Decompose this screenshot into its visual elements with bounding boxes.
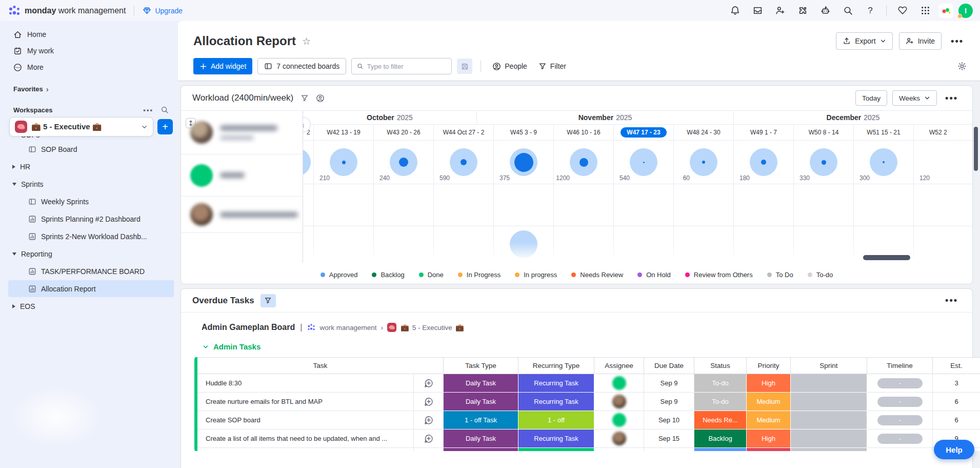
search-button[interactable] (839, 2, 856, 20)
estimate-cell[interactable]: 3 (933, 374, 980, 393)
status-cell[interactable]: Backlog (694, 430, 747, 448)
workload-cell[interactable] (674, 226, 734, 262)
sidebar-item-allocation-report[interactable]: Allocation Report (8, 280, 174, 297)
timeline-cell[interactable]: - (867, 411, 933, 430)
sprint-cell[interactable] (791, 430, 867, 448)
workload-cell[interactable] (554, 184, 614, 226)
export-button[interactable]: Export (836, 32, 892, 50)
recurring-type-cell[interactable]: 1 - off (518, 411, 594, 430)
monday-home-tile[interactable] (939, 4, 953, 18)
add-update-cell[interactable] (414, 393, 444, 411)
workload-cell[interactable] (374, 184, 434, 226)
workspace-selector[interactable]: 🧠 💼 5 - Executive 💼 (9, 117, 153, 136)
table-row[interactable]: Create nurture emails for BTL and MAPDai… (197, 393, 980, 411)
workload-cell[interactable] (794, 184, 854, 226)
workload-cell[interactable] (434, 226, 494, 262)
overdue-filter-button[interactable] (261, 294, 276, 307)
recurring-type-cell[interactable]: Recurring Task (518, 430, 594, 448)
assignee-cell[interactable] (594, 411, 644, 430)
add-update-cell[interactable] (414, 430, 444, 448)
workload-cell[interactable] (314, 226, 374, 262)
add-update-cell[interactable] (414, 411, 444, 430)
column-header[interactable]: Recurring Type (518, 357, 594, 374)
person-row[interactable] (181, 197, 303, 233)
task-type-cell[interactable]: 1 - off Task (444, 411, 518, 430)
workload-cell[interactable] (303, 184, 314, 226)
workload-cell[interactable] (494, 184, 554, 226)
sprint-cell[interactable] (791, 374, 867, 393)
widget-person-icon[interactable] (316, 94, 325, 103)
workload-cell[interactable] (314, 184, 374, 226)
products-switcher-button[interactable] (894, 2, 911, 20)
column-header[interactable]: Est. (933, 357, 980, 374)
save-filter-button[interactable] (457, 59, 472, 74)
estimate-cell[interactable]: 6 (933, 411, 980, 430)
page-menu-button[interactable]: ••• (948, 36, 967, 47)
table-row[interactable]: Huddle 8:30Daily TaskRecurring TaskSep 9… (197, 374, 980, 393)
workload-bubble[interactable] (510, 148, 537, 176)
workload-bubble[interactable] (330, 148, 357, 176)
timeline-cell[interactable]: - (867, 374, 933, 393)
sidebar-item-task-performance-board[interactable]: TASK/PERFORMANCE BOARD (8, 263, 174, 280)
breadcrumb-workspace[interactable]: 💼 5 - Executive 💼 (401, 323, 464, 332)
group-header[interactable]: Admin Tasks (181, 332, 972, 357)
task-type-cell[interactable]: Daily Task (444, 374, 518, 393)
sidebar-item-reporting[interactable]: Reporting (8, 245, 174, 262)
monday-logo[interactable]: monday work management (8, 5, 126, 17)
column-header[interactable]: Priority (747, 357, 791, 374)
week-header[interactable]: W48 24 - 30 (674, 125, 734, 140)
workload-bubble[interactable] (510, 230, 537, 258)
week-header[interactable]: W44 Oct 27 - 2 (434, 125, 494, 140)
sidebar-item-sprints-2-new-workload-dashb[interactable]: Sprints 2-New Workload Dashb... (8, 228, 174, 245)
column-header[interactable]: Due Date (644, 357, 694, 374)
favorite-star-icon[interactable]: ☆ (302, 35, 311, 47)
person-row[interactable] (181, 154, 303, 197)
workload-bubble[interactable] (303, 148, 311, 176)
week-header[interactable]: W52 2 (914, 125, 972, 140)
widget-funnel-icon[interactable] (301, 94, 309, 102)
workload-cell[interactable] (914, 184, 972, 226)
task-type-cell[interactable]: Daily Task (444, 430, 518, 448)
status-cell[interactable]: To-do (694, 374, 747, 393)
add-widget-button[interactable]: Add widget (193, 58, 252, 74)
assignee-cell[interactable] (594, 430, 644, 448)
due-date-cell[interactable]: Sep 9 (644, 374, 694, 393)
sidebar-item-more[interactable]: More (8, 59, 174, 75)
priority-cell[interactable]: Medium (747, 393, 791, 411)
sidebar-item-sprints-planning-2-dashboard[interactable]: Sprints Planning #2 Dashboard (8, 210, 174, 227)
priority-cell[interactable]: High (747, 374, 791, 393)
board-name[interactable]: Admin Gameplan Board (202, 323, 295, 332)
due-date-cell[interactable]: Sep 10 (644, 411, 694, 430)
timeline-cell[interactable]: - (867, 393, 933, 411)
add-workspace-button[interactable]: + (157, 119, 173, 134)
filter-search-input[interactable] (367, 63, 447, 70)
sidebar-item-my-work[interactable]: My work (8, 43, 174, 59)
page-scrollbar[interactable] (974, 127, 978, 171)
week-header[interactable]: W43 20 - 26 (374, 125, 434, 140)
priority-cell[interactable]: High (747, 430, 791, 448)
workload-bubble[interactable] (690, 148, 717, 176)
task-name-cell[interactable]: Huddle 8:30 (197, 374, 414, 393)
sidebar-item-home[interactable]: Home (8, 26, 174, 43)
due-date-cell[interactable]: Sep 15 (644, 430, 694, 448)
workload-cell[interactable] (494, 226, 554, 262)
timeline-cell[interactable]: - (867, 430, 933, 448)
sidebar-item-eos[interactable]: EOS (8, 298, 174, 315)
week-header[interactable]: W42 13 - 19 (314, 125, 374, 140)
workload-cell[interactable] (734, 184, 794, 226)
week-header[interactable]: W50 8 - 14 (794, 125, 854, 140)
workload-cell[interactable] (554, 226, 614, 262)
workload-cell[interactable] (734, 226, 794, 262)
upgrade-link[interactable]: Upgrade (143, 6, 183, 15)
favorites-section[interactable]: Favorites › (13, 85, 169, 93)
workload-bubble[interactable] (810, 148, 837, 176)
assignee-cell[interactable] (594, 393, 644, 411)
workload-cell[interactable] (914, 226, 972, 262)
workload-cell[interactable] (614, 184, 674, 226)
week-header[interactable]: W49 1 - 7 (734, 125, 794, 140)
filter-button[interactable]: Filter (535, 62, 569, 70)
table-row[interactable]: Create a list of all items that need to … (197, 430, 980, 448)
sprint-cell[interactable] (791, 411, 867, 430)
invite-button[interactable]: Invite (899, 32, 942, 50)
column-header[interactable]: Status (694, 357, 747, 374)
